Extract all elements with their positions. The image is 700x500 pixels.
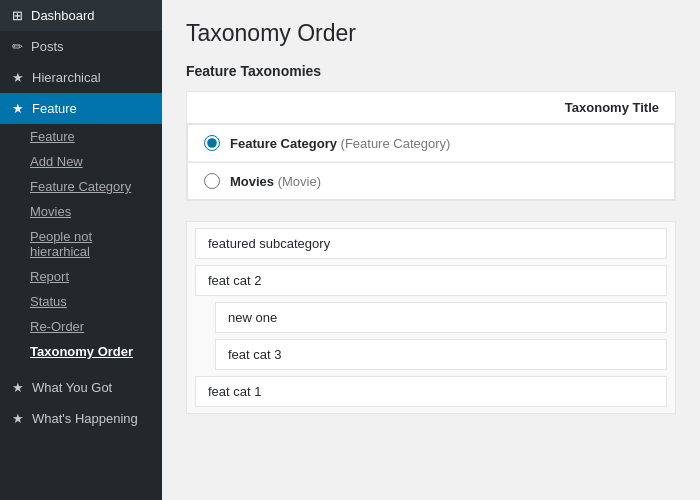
taxonomy-row-movies[interactable]: Movies (Movie) (187, 162, 675, 200)
sidebar-item-posts[interactable]: ✏ Posts (0, 31, 162, 62)
sidebar-subitem-feature[interactable]: Feature (0, 124, 162, 149)
taxonomy-column-header: Taxonomy Title (565, 100, 659, 115)
sidebar-subitem-feature-category[interactable]: Feature Category (0, 174, 162, 199)
sidebar-item-what-you-got[interactable]: ★ What You Got (0, 372, 162, 403)
sidebar-subitem-report[interactable]: Report (0, 264, 162, 289)
sidebar-subitem-status[interactable]: Status (0, 289, 162, 314)
taxonomy-name-movies: Movies (Movie) (230, 174, 321, 189)
page-title: Taxonomy Order (186, 20, 676, 47)
whats-happening-icon: ★ (12, 411, 24, 426)
taxonomy-header: Taxonomy Title (187, 92, 675, 124)
sidebar-item-label: Posts (31, 39, 64, 54)
sidebar-subitem-add-new[interactable]: Add New (0, 149, 162, 174)
sidebar-item-label: What's Happening (32, 411, 138, 426)
sidebar-subitem-taxonomy-order[interactable]: Taxonomy Order (0, 339, 162, 364)
order-item-feat-cat-1[interactable]: feat cat 1 (195, 376, 667, 407)
sidebar-item-feature[interactable]: ★ Feature (0, 93, 162, 124)
posts-icon: ✏ (12, 39, 23, 54)
order-item-feat-cat-3[interactable]: feat cat 3 (215, 339, 667, 370)
sidebar-item-label: What You Got (32, 380, 112, 395)
sidebar-item-label: Dashboard (31, 8, 95, 23)
sidebar-item-label: Feature (32, 101, 77, 116)
taxonomy-name-feature-category: Feature Category (Feature Category) (230, 136, 450, 151)
sidebar-item-dashboard[interactable]: ⊞ Dashboard (0, 0, 162, 31)
what-you-got-icon: ★ (12, 380, 24, 395)
taxonomy-slug-feature-category: (Feature Category) (341, 136, 451, 151)
order-item-feat-cat-2[interactable]: feat cat 2 (195, 265, 667, 296)
dashboard-icon: ⊞ (12, 8, 23, 23)
taxonomy-row-feature-category[interactable]: Feature Category (Feature Category) (187, 124, 675, 162)
sidebar-item-label: Hierarchical (32, 70, 101, 85)
sidebar-subitem-people-not[interactable]: People not hierarhical (0, 224, 162, 264)
taxonomy-radio-movies[interactable] (204, 173, 220, 189)
order-item-featured-subcategory[interactable]: featured subcategory (195, 228, 667, 259)
taxonomy-radio-feature-category[interactable] (204, 135, 220, 151)
sidebar-subitem-re-order[interactable]: Re-Order (0, 314, 162, 339)
sidebar: ⊞ Dashboard ✏ Posts ★ Hierarchical ★ Fea… (0, 0, 162, 500)
sidebar-item-hierarchical[interactable]: ★ Hierarchical (0, 62, 162, 93)
main-content: Taxonomy Order Feature Taxonomies Taxono… (162, 0, 700, 500)
hierarchical-icon: ★ (12, 70, 24, 85)
taxonomy-slug-movies: (Movie) (278, 174, 321, 189)
order-item-new-one[interactable]: new one (215, 302, 667, 333)
order-container: featured subcategory feat cat 2 new one … (186, 221, 676, 414)
taxonomy-table: Taxonomy Title Feature Category (Feature… (186, 91, 676, 201)
section-title: Feature Taxonomies (186, 63, 676, 79)
sidebar-subitem-movies[interactable]: Movies (0, 199, 162, 224)
sidebar-item-whats-happening[interactable]: ★ What's Happening (0, 403, 162, 434)
feature-icon: ★ (12, 101, 24, 116)
